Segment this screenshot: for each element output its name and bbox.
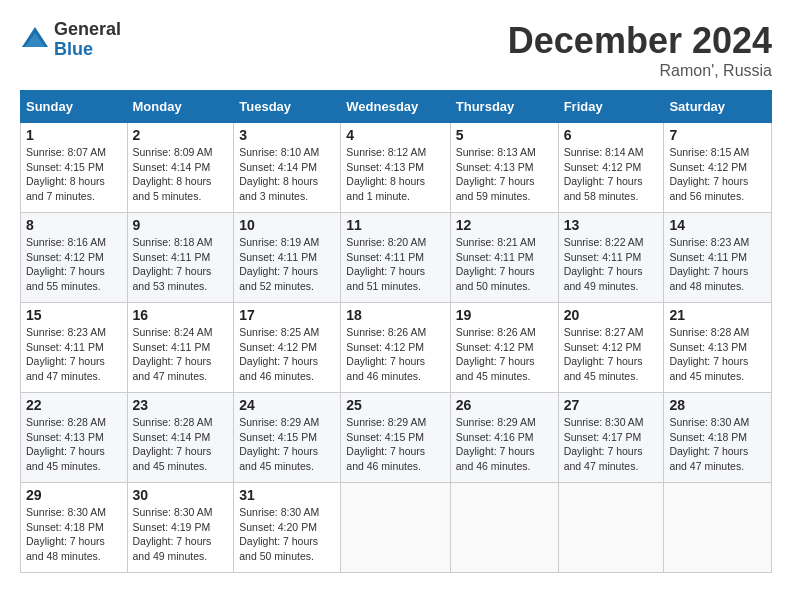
day-number: 23 <box>133 397 229 413</box>
day-info: Sunrise: 8:30 AM Sunset: 4:19 PM Dayligh… <box>133 505 229 564</box>
calendar-cell: 14Sunrise: 8:23 AM Sunset: 4:11 PM Dayli… <box>664 213 772 303</box>
day-info: Sunrise: 8:30 AM Sunset: 4:20 PM Dayligh… <box>239 505 335 564</box>
day-number: 20 <box>564 307 659 323</box>
calendar-cell: 12Sunrise: 8:21 AM Sunset: 4:11 PM Dayli… <box>450 213 558 303</box>
day-number: 17 <box>239 307 335 323</box>
day-info: Sunrise: 8:28 AM Sunset: 4:14 PM Dayligh… <box>133 415 229 474</box>
day-info: Sunrise: 8:30 AM Sunset: 4:17 PM Dayligh… <box>564 415 659 474</box>
title-block: December 2024 Ramon', Russia <box>508 20 772 80</box>
calendar-week-4: 22Sunrise: 8:28 AM Sunset: 4:13 PM Dayli… <box>21 393 772 483</box>
calendar-week-3: 15Sunrise: 8:23 AM Sunset: 4:11 PM Dayli… <box>21 303 772 393</box>
calendar-cell: 13Sunrise: 8:22 AM Sunset: 4:11 PM Dayli… <box>558 213 664 303</box>
day-info: Sunrise: 8:30 AM Sunset: 4:18 PM Dayligh… <box>26 505 122 564</box>
day-info: Sunrise: 8:09 AM Sunset: 4:14 PM Dayligh… <box>133 145 229 204</box>
day-number: 22 <box>26 397 122 413</box>
day-number: 29 <box>26 487 122 503</box>
weekday-header-monday: Monday <box>127 91 234 123</box>
day-info: Sunrise: 8:24 AM Sunset: 4:11 PM Dayligh… <box>133 325 229 384</box>
calendar-cell: 1Sunrise: 8:07 AM Sunset: 4:15 PM Daylig… <box>21 123 128 213</box>
weekday-header-tuesday: Tuesday <box>234 91 341 123</box>
logo-general-text: General <box>54 20 121 40</box>
day-info: Sunrise: 8:26 AM Sunset: 4:12 PM Dayligh… <box>456 325 553 384</box>
calendar-cell: 27Sunrise: 8:30 AM Sunset: 4:17 PM Dayli… <box>558 393 664 483</box>
day-info: Sunrise: 8:29 AM Sunset: 4:15 PM Dayligh… <box>346 415 444 474</box>
day-number: 5 <box>456 127 553 143</box>
day-number: 24 <box>239 397 335 413</box>
calendar-cell <box>558 483 664 573</box>
day-number: 2 <box>133 127 229 143</box>
day-number: 15 <box>26 307 122 323</box>
month-title: December 2024 <box>508 20 772 62</box>
day-info: Sunrise: 8:10 AM Sunset: 4:14 PM Dayligh… <box>239 145 335 204</box>
calendar-week-1: 1Sunrise: 8:07 AM Sunset: 4:15 PM Daylig… <box>21 123 772 213</box>
day-info: Sunrise: 8:16 AM Sunset: 4:12 PM Dayligh… <box>26 235 122 294</box>
day-info: Sunrise: 8:07 AM Sunset: 4:15 PM Dayligh… <box>26 145 122 204</box>
location-title: Ramon', Russia <box>508 62 772 80</box>
calendar-cell: 28Sunrise: 8:30 AM Sunset: 4:18 PM Dayli… <box>664 393 772 483</box>
day-number: 3 <box>239 127 335 143</box>
calendar-cell: 2Sunrise: 8:09 AM Sunset: 4:14 PM Daylig… <box>127 123 234 213</box>
day-number: 30 <box>133 487 229 503</box>
day-number: 6 <box>564 127 659 143</box>
day-info: Sunrise: 8:22 AM Sunset: 4:11 PM Dayligh… <box>564 235 659 294</box>
calendar-cell: 15Sunrise: 8:23 AM Sunset: 4:11 PM Dayli… <box>21 303 128 393</box>
calendar-cell: 6Sunrise: 8:14 AM Sunset: 4:12 PM Daylig… <box>558 123 664 213</box>
calendar-header-row: SundayMondayTuesdayWednesdayThursdayFrid… <box>21 91 772 123</box>
calendar-cell: 29Sunrise: 8:30 AM Sunset: 4:18 PM Dayli… <box>21 483 128 573</box>
day-number: 7 <box>669 127 766 143</box>
day-number: 13 <box>564 217 659 233</box>
day-info: Sunrise: 8:25 AM Sunset: 4:12 PM Dayligh… <box>239 325 335 384</box>
weekday-header-sunday: Sunday <box>21 91 128 123</box>
weekday-header-thursday: Thursday <box>450 91 558 123</box>
calendar-cell: 11Sunrise: 8:20 AM Sunset: 4:11 PM Dayli… <box>341 213 450 303</box>
day-info: Sunrise: 8:27 AM Sunset: 4:12 PM Dayligh… <box>564 325 659 384</box>
day-info: Sunrise: 8:12 AM Sunset: 4:13 PM Dayligh… <box>346 145 444 204</box>
day-number: 1 <box>26 127 122 143</box>
calendar-week-2: 8Sunrise: 8:16 AM Sunset: 4:12 PM Daylig… <box>21 213 772 303</box>
day-info: Sunrise: 8:30 AM Sunset: 4:18 PM Dayligh… <box>669 415 766 474</box>
day-number: 26 <box>456 397 553 413</box>
day-info: Sunrise: 8:21 AM Sunset: 4:11 PM Dayligh… <box>456 235 553 294</box>
day-number: 11 <box>346 217 444 233</box>
day-number: 10 <box>239 217 335 233</box>
day-number: 4 <box>346 127 444 143</box>
calendar-cell: 10Sunrise: 8:19 AM Sunset: 4:11 PM Dayli… <box>234 213 341 303</box>
day-info: Sunrise: 8:29 AM Sunset: 4:15 PM Dayligh… <box>239 415 335 474</box>
day-info: Sunrise: 8:13 AM Sunset: 4:13 PM Dayligh… <box>456 145 553 204</box>
calendar-cell: 31Sunrise: 8:30 AM Sunset: 4:20 PM Dayli… <box>234 483 341 573</box>
calendar-cell: 22Sunrise: 8:28 AM Sunset: 4:13 PM Dayli… <box>21 393 128 483</box>
day-number: 12 <box>456 217 553 233</box>
logo-blue-text: Blue <box>54 40 121 60</box>
calendar-cell: 3Sunrise: 8:10 AM Sunset: 4:14 PM Daylig… <box>234 123 341 213</box>
calendar-cell: 26Sunrise: 8:29 AM Sunset: 4:16 PM Dayli… <box>450 393 558 483</box>
calendar-cell: 9Sunrise: 8:18 AM Sunset: 4:11 PM Daylig… <box>127 213 234 303</box>
calendar-week-5: 29Sunrise: 8:30 AM Sunset: 4:18 PM Dayli… <box>21 483 772 573</box>
day-info: Sunrise: 8:23 AM Sunset: 4:11 PM Dayligh… <box>669 235 766 294</box>
logo: General Blue <box>20 20 121 60</box>
day-number: 25 <box>346 397 444 413</box>
calendar-table: SundayMondayTuesdayWednesdayThursdayFrid… <box>20 90 772 573</box>
page-header: General Blue December 2024 Ramon', Russi… <box>20 20 772 80</box>
logo-text: General Blue <box>54 20 121 60</box>
calendar-cell: 25Sunrise: 8:29 AM Sunset: 4:15 PM Dayli… <box>341 393 450 483</box>
day-number: 9 <box>133 217 229 233</box>
day-info: Sunrise: 8:28 AM Sunset: 4:13 PM Dayligh… <box>669 325 766 384</box>
calendar-cell: 18Sunrise: 8:26 AM Sunset: 4:12 PM Dayli… <box>341 303 450 393</box>
day-number: 19 <box>456 307 553 323</box>
day-number: 31 <box>239 487 335 503</box>
weekday-header-wednesday: Wednesday <box>341 91 450 123</box>
day-number: 16 <box>133 307 229 323</box>
calendar-cell: 19Sunrise: 8:26 AM Sunset: 4:12 PM Dayli… <box>450 303 558 393</box>
weekday-header-saturday: Saturday <box>664 91 772 123</box>
weekday-header-friday: Friday <box>558 91 664 123</box>
calendar-cell: 16Sunrise: 8:24 AM Sunset: 4:11 PM Dayli… <box>127 303 234 393</box>
day-info: Sunrise: 8:26 AM Sunset: 4:12 PM Dayligh… <box>346 325 444 384</box>
day-info: Sunrise: 8:29 AM Sunset: 4:16 PM Dayligh… <box>456 415 553 474</box>
day-info: Sunrise: 8:14 AM Sunset: 4:12 PM Dayligh… <box>564 145 659 204</box>
day-info: Sunrise: 8:28 AM Sunset: 4:13 PM Dayligh… <box>26 415 122 474</box>
day-number: 14 <box>669 217 766 233</box>
day-info: Sunrise: 8:19 AM Sunset: 4:11 PM Dayligh… <box>239 235 335 294</box>
calendar-cell: 17Sunrise: 8:25 AM Sunset: 4:12 PM Dayli… <box>234 303 341 393</box>
day-number: 28 <box>669 397 766 413</box>
day-number: 21 <box>669 307 766 323</box>
